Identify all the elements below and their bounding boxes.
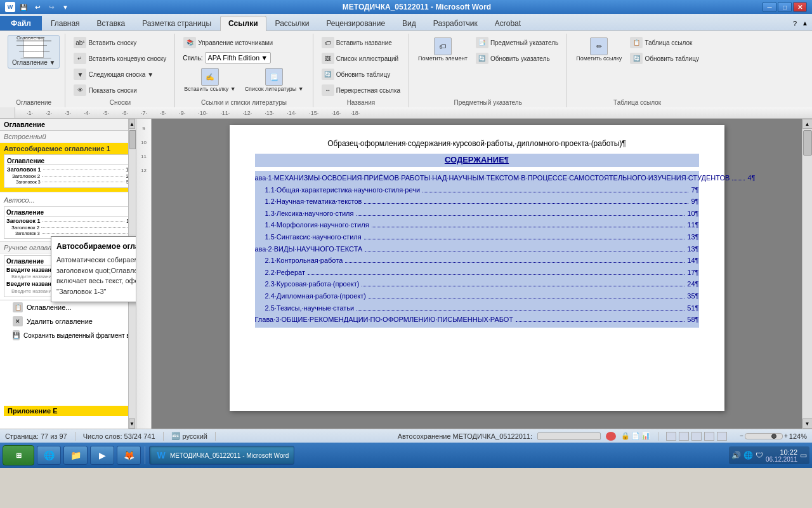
update-table-captions-btn[interactable]: 🔄 Обновить таблицу — [318, 67, 403, 82]
view-read-btn[interactable] — [679, 432, 689, 441]
table-of-authorities-icon: 📋 — [630, 37, 643, 48]
bibliography-btn[interactable]: 📃 Список литературы ▼ — [241, 65, 308, 95]
tab-file[interactable]: Файл — [0, 16, 42, 30]
zoom-slider-thumb[interactable] — [771, 434, 776, 439]
word-taskbar-icon: W — [155, 449, 167, 462]
index-btn[interactable]: 📑 Предметный указатель — [473, 35, 561, 50]
taskbar-app-media[interactable]: ▶ — [90, 446, 114, 465]
cross-reference-btn[interactable]: ↔ Перекрестная ссылка — [318, 83, 403, 98]
toc-menu-remove[interactable]: ✕ Удалить оглавление — [0, 314, 136, 328]
start-button[interactable]: ⊞ — [3, 445, 34, 465]
zoom-out-btn[interactable]: − — [740, 432, 743, 439]
main-area: Оглавление Встроенный Автособираемое огл… — [0, 119, 812, 429]
toc-preview-dots3 — [43, 182, 124, 182]
toc-scroll-thumb[interactable] — [129, 130, 136, 149]
doc-header-text: Образец·оформления·содержания·курсовой·р… — [255, 138, 699, 150]
taskbar-app-firefox[interactable]: 🦊 — [117, 446, 141, 465]
style-selector[interactable]: APA Fifth Edition ▼ — [205, 52, 272, 64]
zoom-slider-track[interactable] — [745, 433, 783, 439]
doc-toc-selected-block: ава·1·МЕХАНИЗМЫ·ОСВОЕНИЯ·ПРИЁМОВ·РАБОТЫ·… — [255, 171, 699, 328]
mark-citation-icon: ✏ — [590, 37, 608, 55]
taskbar-word-btn[interactable]: W МЕТОДИЧКА_05122011 - Microsoft Word — [149, 446, 294, 465]
insert-caption-btn[interactable]: 🏷 Вставить название — [318, 35, 403, 50]
tray-clock[interactable]: 10:22 06.12.2011 — [766, 448, 797, 463]
toc-btn[interactable]: Оглавление —————— —————— —————— Оглавлен… — [8, 35, 60, 69]
toc-scroll-up[interactable]: ▲ — [129, 119, 135, 129]
statusbar: Страница: 77 из 97 Число слов: 53/24 741… — [0, 429, 812, 443]
style-dropdown-icon: ▼ — [261, 54, 268, 62]
group-table-of-authorities-label: Таблица ссылок — [613, 98, 661, 107]
toc-scroll-down[interactable]: ▼ — [129, 418, 135, 429]
tab-mailings[interactable]: Рассылки — [267, 16, 318, 30]
scroll-down-btn[interactable]: ▼ — [802, 418, 813, 429]
tray-network-icon[interactable]: 🌐 — [743, 451, 753, 460]
status-spellcheck[interactable]: 🔤 русский — [171, 432, 207, 440]
manage-sources-btn[interactable]: 📚 Управление источниками — [180, 35, 276, 50]
view-web-btn[interactable] — [691, 432, 702, 441]
update-table-of-authorities-btn[interactable]: 🔄 Обновить таблицу — [627, 51, 702, 66]
toc-menu-settings[interactable]: 📋 Оглавление... — [0, 300, 136, 314]
tab-review[interactable]: Рецензирование — [318, 16, 393, 30]
autosave-cancel-btn[interactable] — [606, 432, 616, 441]
taskbar-app-ie[interactable]: 🌐 — [37, 446, 61, 465]
tab-acrobat[interactable]: Acrobat — [487, 16, 529, 30]
view-draft-btn[interactable] — [717, 432, 727, 441]
tab-layout[interactable]: Разметка страницы — [134, 16, 219, 30]
tab-home[interactable]: Главная — [43, 16, 88, 30]
tray-time: 10:22 — [766, 448, 797, 456]
next-footnote-btn[interactable]: ▼ Следующая сноска ▼ — [70, 67, 169, 82]
toc-entry-1-3: 1.3·Лексика·научного·стиля 10¶ — [255, 208, 699, 220]
tab-references[interactable]: Ссылки — [220, 16, 266, 31]
show-notes-btn[interactable]: 👁 Показать сноски — [70, 83, 169, 98]
illustrations-list-btn[interactable]: 🖼 Список иллюстраций — [318, 51, 403, 66]
insert-endnote-btn[interactable]: ↵ Вставить концевую сноску — [70, 51, 169, 66]
scroll-thumb[interactable] — [803, 130, 812, 156]
ie-icon: 🌐 — [43, 449, 55, 462]
view-layout-btn[interactable] — [666, 432, 676, 441]
toc-num-1-2: 9¶ — [691, 196, 698, 208]
maximize-btn[interactable]: □ — [778, 2, 792, 12]
toc-preview-dots1 — [43, 170, 124, 170]
tray-volume-icon[interactable]: 🔊 — [731, 451, 741, 460]
cross-reference-label: Перекрестная ссылка — [336, 87, 400, 94]
ribbon-collapse-btn[interactable]: ▲ — [801, 18, 809, 28]
zoom-in-btn[interactable]: + — [784, 432, 788, 439]
insert-footnote-btn[interactable]: ab¹ Вставить сноску — [70, 35, 169, 50]
toc-menu-save[interactable]: 💾 Сохранить выделенный фрагмент в коллек… — [0, 328, 136, 342]
taskbar-app-explorer[interactable]: 📁 — [63, 446, 88, 465]
quick-more-btn[interactable]: ▼ — [60, 2, 71, 12]
view-outline-btn[interactable] — [704, 432, 714, 441]
quick-undo-btn[interactable]: ↩ — [32, 2, 43, 12]
ruler-container: ·1· ·2· ·3· ·4· ·5· ·6· ·7· ·8· ·9· ·10·… — [0, 107, 812, 119]
mark-entry-btn[interactable]: 🏷 Пометить элемент — [414, 35, 471, 66]
toc-entry-1-2: 1.2·Научная·тематика·текстов 9¶ — [255, 196, 699, 208]
manage-sources-icon: 📚 — [183, 37, 196, 48]
toc-num-ch1: 4¶ — [747, 173, 755, 184]
insert-caption-icon: 🏷 — [322, 37, 334, 48]
mark-citation-btn[interactable]: ✏ Пометить ссылку — [572, 35, 625, 66]
toc-auto1-title: Автособираемое оглавление 1 — [4, 145, 132, 152]
insert-citation-btn[interactable]: ✍ Вставить ссылку ▼ — [180, 65, 239, 95]
toc-auto1-selected[interactable]: Автособираемое оглавление 1 Оглавление З… — [0, 143, 136, 192]
start-icon: ⊞ — [16, 451, 22, 460]
scroll-up-btn[interactable]: ▲ — [802, 119, 813, 129]
tray-security-icon[interactable]: 🛡 — [756, 451, 763, 460]
tab-view[interactable]: Вид — [394, 16, 424, 30]
minimize-btn[interactable]: ─ — [763, 2, 776, 12]
help-btn[interactable]: ? — [790, 18, 799, 29]
toc-bottom-selected[interactable]: Приложение Е — [4, 406, 132, 416]
table-of-authorities-btn[interactable]: 📋 Таблица ссылок — [627, 35, 702, 50]
doc-scrollbar-v[interactable]: ▲ ▼ — [802, 119, 812, 429]
group-toc-label: Оглавление — [16, 98, 51, 107]
insert-footnote-label: Вставить сноску — [88, 39, 136, 46]
update-index-btn[interactable]: 🔄 Обновить указатель — [473, 51, 561, 66]
quick-save-btn[interactable]: 💾 — [18, 2, 29, 12]
insert-endnote-icon: ↵ — [74, 53, 86, 64]
close-btn[interactable]: ✕ — [793, 2, 807, 12]
quick-redo-btn[interactable]: ↪ — [46, 2, 57, 12]
tab-developer[interactable]: Разработчик — [425, 16, 486, 30]
insert-endnote-label: Вставить концевую сноску — [88, 55, 166, 62]
show-desktop-icon[interactable]: ▭ — [800, 451, 807, 460]
zoom-level[interactable]: 124% — [789, 432, 807, 440]
tab-insert[interactable]: Вставка — [89, 16, 134, 30]
